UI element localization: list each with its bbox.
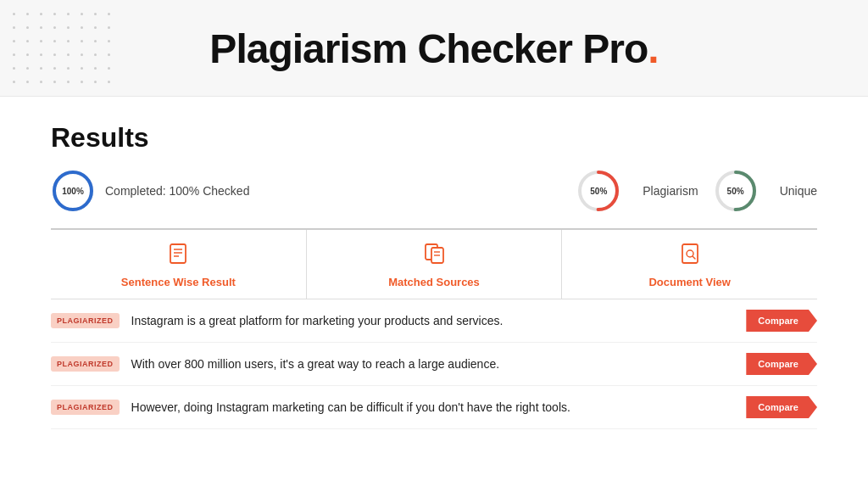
result-text-2: However, doing Instagram marketing can b… (131, 400, 735, 414)
compare-button-2[interactable]: Compare (746, 396, 817, 418)
results-heading: Results (51, 122, 817, 154)
title-accent-dot: . (648, 26, 658, 71)
main-content: Results 100% Completed: 100% Checked 50% (0, 97, 868, 429)
tab-matched-sources[interactable]: Matched Sources (307, 230, 563, 299)
document-search-icon (678, 242, 702, 271)
completed-circle: 100% (51, 169, 95, 213)
tab-sentence-wise[interactable]: Sentence Wise Result (51, 230, 307, 299)
dot-grid-decoration: (function(){ var g = document.querySelec… (13, 13, 116, 89)
unique-circle: 50% (714, 169, 758, 213)
plagiarism-circle: 50% (576, 169, 620, 213)
document-lines-icon (166, 242, 190, 271)
tabs: Sentence Wise Result Matched Sources (51, 230, 817, 299)
svg-rect-6 (170, 244, 186, 263)
table-row: PLAGIARIZED However, doing Instagram mar… (51, 386, 817, 429)
tab-document-view[interactable]: Document View (562, 230, 817, 299)
unique-percent-label: 50% (727, 187, 744, 196)
tab-document-view-label: Document View (648, 276, 731, 288)
svg-line-16 (693, 256, 695, 259)
result-rows: PLAGIARIZED Instagram is a great platfor… (51, 299, 817, 429)
plagiarism-percent-label: 50% (590, 187, 607, 196)
table-row: PLAGIARIZED Instagram is a great platfor… (51, 299, 817, 343)
title-text: Plagiarism Checker Pro (209, 26, 648, 71)
header: (function(){ var g = document.querySelec… (0, 0, 868, 97)
progress-row: 100% Completed: 100% Checked 50% Plagiar… (51, 169, 817, 213)
compare-button-0[interactable]: Compare (746, 310, 817, 332)
plagiarism-label: Plagiarism (643, 184, 698, 198)
progress-left: 100% Completed: 100% Checked (51, 169, 249, 213)
app-title: Plagiarism Checker Pro. (51, 25, 817, 72)
table-row: PLAGIARIZED With over 800 million users,… (51, 343, 817, 386)
compare-button-1[interactable]: Compare (746, 353, 817, 375)
tab-sentence-wise-label: Sentence Wise Result (121, 276, 236, 288)
result-text-1: With over 800 million users, it's a grea… (131, 357, 735, 371)
plagiarized-badge-2: PLAGIARIZED (51, 400, 120, 415)
unique-label: Unique (780, 184, 817, 198)
completed-text: Completed: 100% Checked (105, 184, 249, 198)
result-text-0: Instagram is a great platform for market… (131, 314, 735, 327)
plagiarized-badge-1: PLAGIARIZED (51, 356, 120, 372)
progress-right: 50% Plagiarism 50% Unique (576, 169, 817, 213)
completed-percent-label: 100% (62, 187, 84, 196)
tab-matched-sources-label: Matched Sources (388, 276, 480, 288)
document-compare-icon (422, 242, 446, 271)
svg-rect-14 (682, 244, 698, 263)
plagiarized-badge-0: PLAGIARIZED (51, 313, 120, 328)
